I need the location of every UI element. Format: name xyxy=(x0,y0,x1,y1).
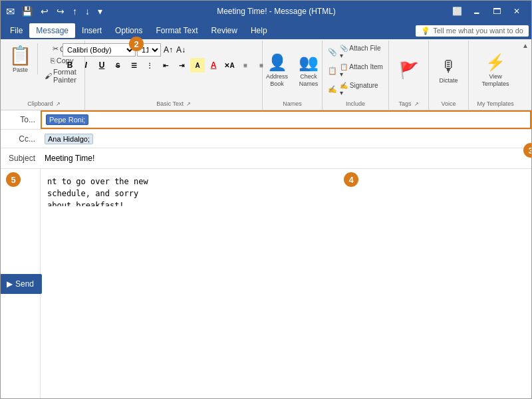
view-templates-button[interactable]: ⚡ ViewTemplates xyxy=(478,51,513,90)
ribbon-names-group: 👤 AddressBook 👥 CheckNames Names xyxy=(263,41,323,110)
clear-format-button[interactable]: ✕A xyxy=(222,58,237,72)
maximize-restore-btn[interactable]: ⬜ xyxy=(448,2,466,21)
ribbon-collapse-btn[interactable]: ▲ xyxy=(522,42,529,49)
increase-indent-button[interactable]: ⇥ xyxy=(174,58,189,72)
subject-input[interactable] xyxy=(45,151,527,166)
lightbulb-icon: 💡 xyxy=(421,27,430,35)
flag-icon: 🚩 xyxy=(399,61,419,80)
address-book-icon: 👤 xyxy=(267,53,287,72)
strikethrough-button[interactable]: S̶ xyxy=(110,58,125,72)
attach-file-button[interactable]: 📎 📎 Attach File ▾ xyxy=(325,43,386,61)
cc-label[interactable]: Cc... xyxy=(1,134,41,144)
tags-label: Tags ↗ xyxy=(392,99,426,108)
subject-label: Subject xyxy=(1,154,41,163)
tags-content: 🚩 xyxy=(395,42,423,99)
menu-format-text[interactable]: Format Text xyxy=(149,23,204,38)
up-quickaccess[interactable]: ↑ xyxy=(70,5,80,18)
to-recipient-pepe[interactable]: Pepe Roni; xyxy=(46,114,88,125)
bold-button[interactable]: B xyxy=(63,58,77,72)
decrease-font-btn[interactable]: A↓ xyxy=(175,43,187,57)
numbering-button[interactable]: ⋮ xyxy=(142,58,157,72)
ribbon-include-group: 📎 📎 Attach File ▾ 📋 📋 Attach Item ▾ ✍ ✍ … xyxy=(323,41,389,110)
message-body[interactable]: nt to go over the new schedule, and sorr… xyxy=(41,169,160,206)
bullets-button[interactable]: ☰ xyxy=(126,58,141,72)
font-row-2: B I U S̶ ☰ ⋮ ⇤ ⇥ A A ✕A ≡ ≡ ≡ xyxy=(63,58,285,72)
basic-text-expand-icon[interactable]: ↗ xyxy=(186,101,191,107)
menu-review[interactable]: Review xyxy=(205,23,244,38)
paste-button[interactable]: 📋 Paste xyxy=(6,43,35,74)
text-color-button[interactable]: A xyxy=(206,58,221,72)
redo-quickaccess[interactable]: ↪ xyxy=(54,5,67,18)
include-label: Include xyxy=(325,99,386,108)
my-templates-content: ⚡ ViewTemplates xyxy=(478,42,513,99)
font-row-1: Calibri (Body) 11 A↑ A↓ 2 xyxy=(63,43,187,57)
ribbon: 📋 Paste ✂ Cut ⎘ Copy xyxy=(1,39,531,110)
cc-field-row: Cc... Ana Hidalgo; xyxy=(1,130,531,148)
increase-font-btn[interactable]: A↑ xyxy=(162,43,174,57)
compose-window: To... Pepe Roni; Cc... Ana Hidalgo; Subj… xyxy=(1,110,531,398)
text-highlight-button[interactable]: A xyxy=(190,58,205,72)
clipboard-expand-icon[interactable]: ↗ xyxy=(56,101,61,107)
format-painter-icon: 🖌 xyxy=(45,72,52,80)
signature-button[interactable]: ✍ ✍ Signature ▾ xyxy=(325,80,386,98)
cc-value[interactable]: Ana Hidalgo; xyxy=(41,131,531,147)
flag-button[interactable]: 🚩 xyxy=(395,59,423,82)
annotation-badge-5: 5 xyxy=(6,172,21,187)
underline-button[interactable]: U xyxy=(94,58,109,72)
menu-help[interactable]: Help xyxy=(244,23,274,38)
customize-quickaccess[interactable]: ▾ xyxy=(95,5,105,18)
font-selector[interactable]: Calibri (Body) xyxy=(63,43,136,57)
minimize-btn[interactable]: 🗕 xyxy=(467,2,486,21)
attach-item-icon: 📋 xyxy=(328,66,337,75)
restore-btn[interactable]: 🗖 xyxy=(487,2,506,21)
names-content: 👤 AddressBook 👥 CheckNames xyxy=(262,42,323,99)
align-left-button[interactable]: ≡ xyxy=(238,58,253,72)
basic-text-content: Calibri (Body) 11 A↑ A↓ 2 B xyxy=(63,42,285,99)
address-book-button[interactable]: 👤 AddressBook xyxy=(262,51,292,90)
ribbon-my-templates-group: ⚡ ViewTemplates My Templates xyxy=(469,41,522,110)
menu-file[interactable]: File xyxy=(3,23,29,38)
send-icon: ▶ xyxy=(7,279,13,289)
voice-label: Voice xyxy=(432,99,466,108)
send-button[interactable]: ▶ Send xyxy=(1,274,42,294)
close-btn[interactable]: ✕ xyxy=(507,2,526,21)
menu-insert[interactable]: Insert xyxy=(75,23,108,38)
microphone-icon: 🎙 xyxy=(441,57,457,76)
down-quickaccess[interactable]: ↓ xyxy=(82,5,92,18)
to-field-row: To... Pepe Roni; xyxy=(1,110,531,130)
check-names-icon: 👥 xyxy=(299,53,319,72)
subject-field-row: Subject 3 xyxy=(1,148,531,169)
window-controls: ⬜ 🗕 🗖 ✕ xyxy=(448,2,526,21)
clipboard-label: Clipboard ↗ xyxy=(6,99,82,108)
window-title: Meeting Time! - Message (HTML) xyxy=(105,7,448,16)
dictate-button[interactable]: 🎙 Dictate xyxy=(436,55,462,87)
check-names-button[interactable]: 👥 CheckNames xyxy=(295,51,323,90)
menu-message[interactable]: Message xyxy=(29,23,75,38)
save-quickaccess[interactable]: 💾 xyxy=(19,5,35,18)
menu-options[interactable]: Options xyxy=(108,23,149,38)
names-label: Names xyxy=(265,99,319,108)
include-content: 📎 📎 Attach File ▾ 📋 📋 Attach Item ▾ ✍ ✍ … xyxy=(325,42,386,99)
signature-icon: ✍ xyxy=(328,85,337,94)
voice-content: 🎙 Dictate xyxy=(436,42,462,99)
my-templates-label: My Templates xyxy=(471,99,519,108)
ribbon-content: 📋 Paste ✂ Cut ⎘ Copy xyxy=(1,41,531,110)
main-window: ✉ 💾 ↩ ↪ ↑ ↓ ▾ Meeting Time! - Message (H… xyxy=(0,0,532,399)
to-value[interactable]: Pepe Roni; xyxy=(41,110,531,129)
to-label[interactable]: To... xyxy=(1,115,41,124)
paste-icon: 📋 xyxy=(9,45,32,66)
send-btn-container: ▶ Send xyxy=(1,169,41,398)
title-bar-left: ✉ 💾 ↩ ↪ ↑ ↓ ▾ xyxy=(6,5,105,18)
italic-button[interactable]: I xyxy=(78,58,93,72)
decrease-indent-button[interactable]: ⇤ xyxy=(158,58,173,72)
tell-me-search[interactable]: 💡 Tell me what you want to do xyxy=(416,25,529,37)
attach-item-button[interactable]: 📋 📋 Attach Item ▾ xyxy=(325,62,386,79)
tags-expand-icon[interactable]: ↗ xyxy=(414,101,419,107)
cut-icon: ✂ xyxy=(53,45,59,53)
ribbon-basic-text-group: Calibri (Body) 11 A↑ A↓ 2 B xyxy=(85,41,263,110)
attach-file-icon: 📎 xyxy=(328,48,337,57)
cc-recipient-ana[interactable]: Ana Hidalgo; xyxy=(45,134,93,144)
annotation-badge-2: 2 xyxy=(129,37,144,51)
paste-section: 📋 Paste xyxy=(6,43,38,74)
undo-quickaccess[interactable]: ↩ xyxy=(38,5,51,18)
